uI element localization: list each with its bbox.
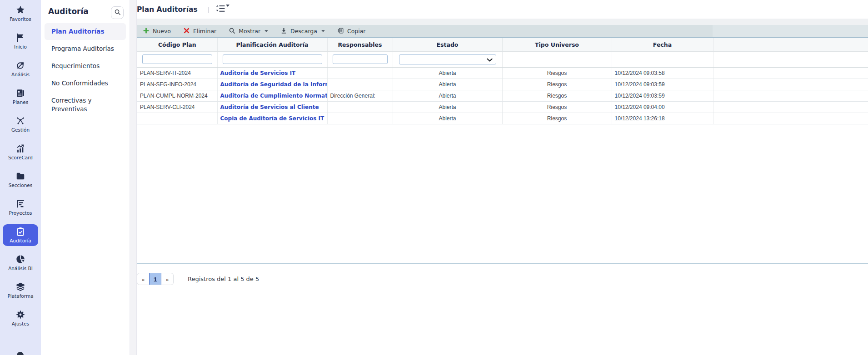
- responsables-cell: [327, 79, 393, 90]
- flag-icon: [15, 32, 26, 43]
- rail-item-proyectos[interactable]: Proyectos: [3, 197, 38, 218]
- rail-item-scorecard[interactable]: ScoreCard: [3, 141, 38, 163]
- rail-item-planes[interactable]: Planes: [3, 86, 38, 108]
- app-window: Favoritos Inicio Análisis Planes: [0, 0, 868, 355]
- barchart-icon: [15, 143, 26, 154]
- fecha-cell: 10/12/2024 09:03:59: [612, 79, 713, 90]
- responsables-cell: [327, 67, 393, 79]
- network-icon: [15, 115, 26, 126]
- rail-item-analisis-bi[interactable]: Análisis BI: [3, 252, 38, 274]
- chevron-down-icon: [487, 55, 493, 64]
- tipo-universo-cell: Riesgos: [502, 113, 612, 124]
- header-row: Código Plan Planificación Auditoría Resp…: [137, 38, 868, 51]
- plan-link[interactable]: Auditoría de Servicios IT: [220, 70, 296, 76]
- pie-chart-icon: [15, 254, 26, 265]
- plan-link[interactable]: Auditoría de Seguridad de la Información: [220, 81, 328, 88]
- column-header-empty: [713, 38, 868, 51]
- title-separator: |: [208, 5, 210, 13]
- estado-cell: Abierta: [393, 67, 502, 79]
- download-icon: [280, 27, 287, 35]
- delete-button[interactable]: Eliminar: [183, 27, 216, 35]
- column-header-codigo-plan[interactable]: Código Plan: [137, 38, 217, 51]
- tipo-universo-cell: Riesgos: [502, 79, 612, 90]
- rail-item-secciones[interactable]: Secciones: [3, 169, 38, 191]
- plan-link[interactable]: Copia de Auditoría de Servicios IT: [220, 115, 324, 122]
- fecha-cell: 10/12/2024 09:03:59: [612, 90, 713, 101]
- copy-icon: [337, 27, 344, 35]
- column-header-planificacion[interactable]: Planificación Auditoría: [217, 38, 327, 51]
- partial-bottom-icon: [17, 352, 24, 355]
- planificacion-filter-input[interactable]: [223, 54, 322, 64]
- sidebar-item-no-conformidades[interactable]: No Conformidades: [45, 75, 126, 92]
- codigo-cell: PLAN-SERV-IT-2024: [137, 67, 217, 79]
- toolbar-spacer: [137, 19, 868, 25]
- magnifier-icon: [229, 27, 235, 35]
- chevron-down-icon: [264, 30, 268, 32]
- table-row[interactable]: Copia de Auditoría de Servicios IT Abier…: [137, 113, 868, 124]
- grid-toolbar: Nuevo Eliminar Mostrar Descarga: [137, 25, 868, 38]
- fecha-cell: 10/12/2024 09:04:00: [612, 101, 713, 113]
- column-header-estado[interactable]: Estado: [393, 38, 502, 51]
- plan-link[interactable]: Auditoría de Servicios al Cliente: [220, 104, 319, 110]
- report-icon: [15, 88, 26, 99]
- tipo-universo-cell: Riesgos: [502, 101, 612, 113]
- estado-cell: Abierta: [393, 113, 502, 124]
- copy-button[interactable]: Copiar: [337, 27, 366, 35]
- responsables-cell: Dirección General:: [327, 90, 393, 101]
- rail-item-gestion[interactable]: Gestión: [3, 113, 38, 135]
- tipo-universo-cell: Riesgos: [502, 67, 612, 79]
- responsables-cell: [327, 113, 393, 124]
- new-button[interactable]: Nuevo: [143, 27, 171, 35]
- view-options-button[interactable]: [215, 5, 229, 15]
- fecha-cell: 10/12/2024 13:26:18: [612, 113, 713, 124]
- sidebar-item-correctivas-preventivas[interactable]: Correctivas y Preventivas: [45, 92, 126, 118]
- rail-item-inicio[interactable]: Inicio: [3, 30, 38, 52]
- plan-link[interactable]: Auditoría de Cumplimiento Normativo: [220, 93, 328, 99]
- table-row[interactable]: PLAN-SEG-INFO-2024 Auditoría de Segurida…: [137, 79, 868, 90]
- responsables-cell: [327, 101, 393, 113]
- fecha-cell: 10/12/2024 09:03:58: [612, 67, 713, 79]
- records-summary: Registros del 1 al 5 de 5: [188, 276, 259, 282]
- rail-item-auditoria[interactable]: Auditoría: [3, 224, 38, 246]
- search-icon: [114, 9, 121, 17]
- module-menu: Plan Auditorías Programa Auditorías Requ…: [41, 20, 130, 118]
- sidebar-item-plan-auditorias[interactable]: Plan Auditorías: [45, 23, 126, 40]
- scroll-gutter: [130, 0, 137, 355]
- estado-cell: Abierta: [393, 90, 502, 101]
- gear-icon: [15, 309, 26, 320]
- rail-item-favoritos[interactable]: Favoritos: [3, 3, 38, 25]
- folder-icon: [15, 171, 26, 182]
- chevron-down-icon: [226, 5, 229, 7]
- table-row[interactable]: PLAN-CUMPL-NORM-2024 Auditoría de Cumpli…: [137, 90, 868, 101]
- pagination-next-button[interactable]: »: [161, 273, 173, 285]
- responsables-filter-input[interactable]: [333, 54, 388, 64]
- rail-item-plataforma[interactable]: Plataforma: [3, 280, 38, 301]
- pagination-page-1[interactable]: 1: [149, 273, 161, 285]
- rail-item-analisis[interactable]: Análisis: [3, 58, 38, 80]
- estado-cell: Abierta: [393, 101, 502, 113]
- column-header-responsables[interactable]: Responsables: [327, 38, 393, 51]
- estado-filter-select[interactable]: [399, 54, 496, 64]
- download-button[interactable]: Descarga: [280, 27, 325, 35]
- pagination-prev-button[interactable]: «: [137, 273, 149, 285]
- plus-icon: [143, 27, 150, 35]
- table-row[interactable]: PLAN-SERV-IT-2024 Auditoría de Servicios…: [137, 67, 868, 79]
- estado-cell: Abierta: [393, 79, 502, 90]
- sidebar-item-programa-auditorias[interactable]: Programa Auditorías: [45, 40, 126, 57]
- column-header-tipo-universo[interactable]: Tipo Universo: [502, 38, 612, 51]
- filter-row: [137, 51, 868, 67]
- sidebar-search-button[interactable]: [111, 6, 124, 19]
- chevron-down-icon: [321, 30, 325, 32]
- star-icon: [15, 5, 26, 15]
- icon-rail: Favoritos Inicio Análisis Planes: [0, 0, 41, 355]
- codigo-cell: PLAN-SERV-CLI-2024: [137, 101, 217, 113]
- sidebar-item-requerimientos[interactable]: Requerimientos: [45, 58, 126, 74]
- table-row[interactable]: PLAN-SERV-CLI-2024 Auditoría de Servicio…: [137, 101, 868, 113]
- codigo-plan-filter-input[interactable]: [142, 54, 212, 64]
- analytics-icon: [15, 60, 26, 71]
- show-button[interactable]: Mostrar: [229, 27, 268, 35]
- rail-item-ajustes[interactable]: Ajustes: [3, 307, 38, 329]
- gantt-icon: [15, 198, 26, 209]
- column-header-fecha[interactable]: Fecha: [612, 38, 713, 51]
- codigo-cell: PLAN-SEG-INFO-2024: [137, 79, 217, 90]
